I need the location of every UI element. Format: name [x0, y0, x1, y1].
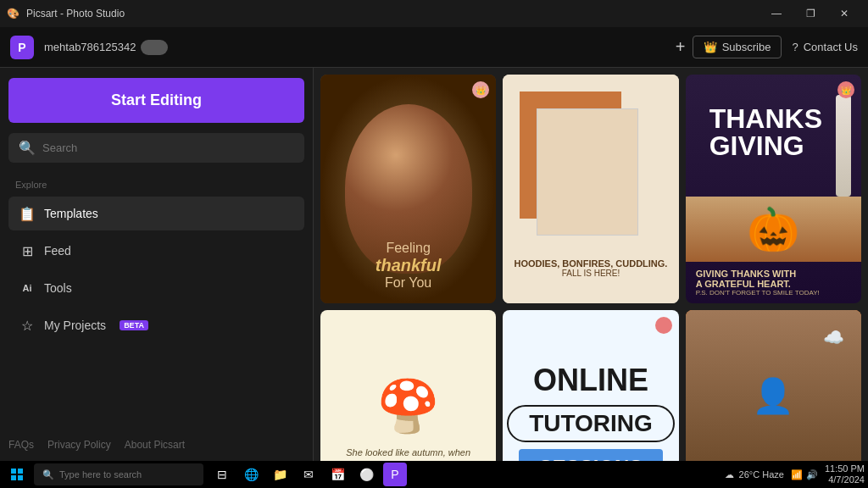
clock: 11:50 PM 4/7/2024: [825, 463, 865, 485]
crown-icon: 👑: [704, 41, 717, 53]
templates-grid: 👑 Feeling thankful For You HOODIES, BONF…: [314, 68, 868, 461]
card-content: 👑 Feeling thankful For You: [320, 75, 496, 303]
taskbar: 🔍 ⊟ 🌐 📁 ✉ 📅 ⚪ P ☁ 26°C Haze 📶 🔊 11:50 PM…: [0, 461, 868, 488]
faqs-link[interactable]: FAQs: [8, 439, 34, 451]
minimize-button[interactable]: —: [760, 2, 793, 25]
time-display: 11:50 PM: [825, 463, 865, 474]
premium-badge: [655, 317, 672, 334]
template-card-feeling-thankful[interactable]: 👑 Feeling thankful For You: [320, 75, 496, 303]
sessions-box: SESSIONS: [519, 449, 664, 461]
header-actions: 👑 Subscribe ? Contact Us: [693, 36, 858, 58]
smile-text: P.S. DON'T FORGET TO SMILE TODAY!: [696, 289, 851, 297]
svg-rect-1: [18, 469, 23, 474]
start-button[interactable]: [3, 463, 31, 486]
template-card-hoodies[interactable]: HOODIES, BONFIRES, CUDDLING. FALL IS HER…: [503, 75, 678, 303]
close-button[interactable]: ✕: [827, 2, 861, 25]
bg-rect2: [537, 108, 638, 236]
premium-badge: 👑: [837, 81, 854, 98]
grateful-heart-text: A GRATEFUL HEART.: [696, 279, 851, 289]
feed-icon: ⊞: [19, 242, 36, 259]
mail-icon[interactable]: ✉: [297, 463, 320, 486]
projects-icon: ☆: [19, 317, 36, 334]
chrome-icon[interactable]: ⚪: [354, 463, 378, 486]
autumn-text: She looked like autumn, when leaves turn…: [337, 446, 479, 461]
app-header: P mehtab786125342 + 👑 Subscribe ? Contac…: [0, 27, 868, 68]
sys-icons: 📶 🔊: [791, 469, 818, 480]
main-layout: Start Editing 🔍 Explore 📋 Templates ⊞ Fe…: [0, 68, 868, 461]
sessions-text: SESSIONS: [539, 456, 643, 461]
card-text-line2: thankful: [376, 256, 442, 275]
subscribe-button[interactable]: 👑 Subscribe: [693, 36, 782, 58]
account-name: mehtab786125342: [44, 41, 136, 53]
card-content: HOODIES, BONFIRES, CUDDLING. FALL IS HER…: [503, 75, 678, 303]
add-button[interactable]: +: [669, 36, 693, 59]
weather-icon: ☁: [725, 469, 734, 480]
file-explorer-icon[interactable]: 📁: [268, 463, 292, 486]
hoodies-text: HOODIES, BONFIRES, CUDDLING.: [503, 258, 678, 269]
contact-button[interactable]: ? Contact Us: [792, 41, 858, 53]
date-display: 4/7/2024: [825, 474, 865, 485]
search-bar[interactable]: 🔍: [8, 133, 304, 163]
title-bar: 🎨 Picsart - Photo Studio — ❐ ✕: [0, 0, 868, 27]
template-card-tutoring[interactable]: ONLINE TUTORING SESSIONS: [503, 310, 678, 461]
card-text: Feeling thankful For You: [376, 241, 442, 291]
beta-badge: BETA: [120, 320, 148, 330]
card-content: ONLINE TUTORING SESSIONS: [503, 310, 678, 461]
task-view-button[interactable]: ⊟: [210, 463, 234, 486]
sidebar-item-tools[interactable]: Ai Tools: [8, 271, 304, 305]
sidebar-item-templates[interactable]: 📋 Templates: [8, 197, 304, 230]
projects-label: My Projects: [44, 319, 106, 332]
app-title: Picsart - Photo Studio: [26, 8, 760, 19]
tutoring-box: TUTORING: [507, 405, 675, 442]
tools-label: Tools: [44, 281, 72, 295]
speaker-icon: 🔊: [806, 469, 818, 480]
card-content: 🍄 She looked like autumn, when leaves tu…: [320, 310, 496, 461]
question-icon: ?: [792, 41, 798, 53]
card-text-line1: Feeling: [376, 241, 442, 256]
sidebar: Start Editing 🔍 Explore 📋 Templates ⊞ Fe…: [0, 68, 314, 461]
cloud-icon: ☁️: [823, 327, 844, 347]
account-info: mehtab786125342: [44, 40, 168, 55]
weather-info: 26°C Haze: [739, 469, 784, 480]
template-card-thanksgiving[interactable]: 👑 THANKSGIVING 🎃 GIVING THANKS WITH A GR…: [686, 75, 861, 303]
privacy-link[interactable]: Privacy Policy: [47, 439, 111, 451]
system-tray: ☁ 26°C Haze: [725, 469, 784, 480]
search-icon: 🔍: [42, 469, 54, 480]
tutoring-text: TUTORING: [529, 410, 653, 436]
logo: P: [10, 36, 34, 59]
pumpkin-image: 🎃: [747, 205, 799, 254]
taskbar-search-input[interactable]: [59, 469, 195, 480]
templates-label: Templates: [44, 207, 98, 220]
about-link[interactable]: About Picsart: [125, 439, 185, 451]
svg-rect-0: [11, 469, 16, 474]
sidebar-item-projects[interactable]: ☆ My Projects BETA: [8, 308, 304, 342]
search-input[interactable]: [42, 141, 294, 154]
sidebar-footer: FAQs Privacy Policy About Picsart: [8, 432, 304, 451]
search-icon: 🔍: [19, 140, 36, 156]
card-footer: GIVING THANKS WITH A GRATEFUL HEART. P.S…: [686, 262, 861, 303]
subscribe-label: Subscribe: [722, 41, 771, 53]
fall-text: FALL IS HERE!: [503, 269, 678, 278]
svg-rect-3: [18, 475, 23, 480]
taskbar-right: ☁ 26°C Haze 📶 🔊 11:50 PM 4/7/2024: [725, 463, 865, 485]
start-editing-button[interactable]: Start Editing: [8, 78, 304, 123]
template-card-portrait[interactable]: ☁️ 👤: [686, 310, 861, 461]
account-toggle[interactable]: [141, 40, 168, 55]
thanksgiving-title: THANKSGIVING: [696, 88, 836, 159]
edge-icon[interactable]: 🌐: [239, 463, 263, 486]
app-icon: 🎨: [7, 8, 19, 19]
sidebar-item-feed[interactable]: ⊞ Feed: [8, 234, 304, 268]
template-card-autumn[interactable]: 🍄 She looked like autumn, when leaves tu…: [320, 310, 496, 461]
card-text-line3: For You: [376, 275, 442, 291]
card-content: ☁️ 👤: [686, 310, 861, 461]
picsart-taskbar-icon[interactable]: P: [383, 463, 407, 486]
templates-icon: 📋: [19, 205, 36, 222]
calendar-icon[interactable]: 📅: [326, 463, 349, 486]
explore-label: Explore: [8, 176, 304, 193]
giving-thanks-text: GIVING THANKS WITH: [696, 269, 851, 279]
maximize-button[interactable]: ❐: [793, 2, 827, 25]
taskbar-search-bar[interactable]: 🔍: [34, 463, 203, 485]
svg-rect-2: [11, 475, 16, 480]
feed-label: Feed: [44, 244, 71, 258]
contact-label: Contact Us: [804, 41, 858, 53]
